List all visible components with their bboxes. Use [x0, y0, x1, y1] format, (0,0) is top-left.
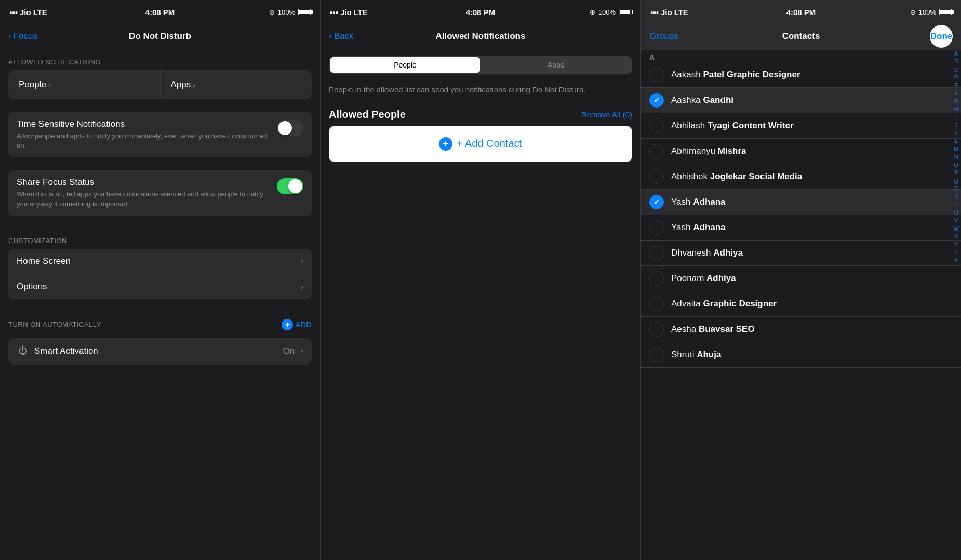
divider-2 — [0, 157, 320, 170]
segment-control: People Apps — [329, 56, 632, 74]
apps-card-half[interactable]: Apps › — [161, 70, 312, 99]
contact-row[interactable]: Abhimanyu Mishra — [641, 139, 961, 164]
status-time-1: 4:08 PM — [145, 8, 175, 17]
contact-row[interactable]: Dhvanesh Adhiya — [641, 241, 961, 266]
carrier-label-1: Jio — [20, 8, 31, 17]
alpha-index-item[interactable]: P — [954, 169, 959, 176]
contact-row[interactable]: Aesha Buavsar SEO — [641, 317, 961, 342]
alpha-index-item[interactable]: N — [954, 153, 959, 161]
back-button-1[interactable]: ‹ Focus — [8, 31, 37, 42]
people-card-half[interactable]: People › — [8, 70, 161, 99]
checkmark-icon: ✓ — [653, 96, 660, 104]
tab-apps[interactable]: Apps — [480, 57, 631, 73]
contact-name-label: Abhimanyu Mishra — [671, 146, 746, 156]
contact-row[interactable]: Shruti Ahuja — [641, 342, 961, 368]
contact-row[interactable]: Poonam Adhiya — [641, 266, 961, 291]
alpha-index-item[interactable]: O — [954, 161, 959, 168]
done-button[interactable]: Done — [930, 25, 953, 48]
add-label: ADD — [295, 320, 312, 329]
location-icon-2: ⊕ — [590, 8, 595, 16]
status-right-3: ⊕ 100% — [910, 8, 952, 16]
add-button[interactable]: + ADD — [282, 319, 312, 330]
turn-on-label: TURN ON AUTOMATICALLY — [8, 321, 282, 328]
contact-select-circle — [649, 169, 664, 184]
carrier-label-2: Jio — [340, 8, 352, 17]
smart-activation-row[interactable]: ⏻ Smart Activation On › — [8, 338, 312, 365]
alpha-index-item[interactable]: A — [954, 50, 959, 57]
groups-button[interactable]: Groups — [649, 31, 678, 42]
contact-row[interactable]: Abhishek Joglekar Social Media — [641, 164, 961, 190]
alpha-index-item[interactable]: V — [954, 217, 959, 224]
status-carrier-2: ▪▪▪ Jio LTE — [330, 8, 368, 17]
time-sensitive-card: Time Sensitive Notifications Allow peopl… — [8, 112, 312, 157]
carrier-label-3: Jio — [661, 8, 672, 17]
alpha-index-item[interactable]: U — [954, 209, 959, 216]
time-sensitive-desc: Allow people and apps to notify you imme… — [17, 131, 271, 150]
alpha-index-item[interactable]: Z — [954, 248, 959, 256]
contact-row[interactable]: Advaita Graphic Designer — [641, 291, 961, 317]
share-focus-toggle[interactable] — [277, 178, 303, 194]
contact-name-label: Shruti Ahuja — [671, 350, 721, 360]
contact-name-label: Yash Adhana — [671, 222, 726, 233]
alpha-index[interactable]: ABCDEFGHIJKLMNOPQRSTUVWXYZ# — [954, 50, 959, 264]
remove-all-button[interactable]: Remove All (0) — [581, 110, 632, 119]
time-sensitive-toggle[interactable] — [277, 120, 303, 136]
status-time-2: 4:08 PM — [466, 8, 496, 17]
alpha-index-item[interactable]: L — [954, 137, 959, 144]
alpha-index-item[interactable]: M — [954, 145, 959, 153]
network-label-2: LTE — [354, 8, 368, 17]
contact-row[interactable]: Yash Adhana — [641, 215, 961, 241]
time-sensitive-title: Time Sensitive Notifications — [17, 119, 271, 129]
contact-name-label: Abhishek Joglekar Social Media — [671, 171, 802, 182]
alpha-index-item[interactable]: # — [954, 257, 959, 264]
alpha-index-item[interactable]: T — [954, 201, 959, 208]
alpha-index-item[interactable]: I — [954, 113, 959, 121]
battery-icon-2 — [619, 9, 631, 15]
contact-row[interactable]: ✓Aashka Gandhi — [641, 88, 961, 113]
alpha-index-item[interactable]: D — [954, 74, 959, 81]
page-title-2: Allowed Notifications — [436, 31, 526, 42]
home-screen-row[interactable]: Home Screen › — [8, 249, 312, 274]
share-focus-inner: Share Focus Status When this is on, tell… — [17, 177, 271, 208]
alpha-index-item[interactable]: J — [954, 122, 959, 129]
page-title-1: Do Not Disturb — [129, 31, 191, 42]
customization-card: Home Screen › Options › — [8, 249, 312, 299]
alpha-index-item[interactable]: S — [954, 193, 959, 200]
panel-contacts: ▪▪▪ Jio LTE 4:08 PM ⊕ 100% Groups Contac… — [641, 0, 961, 560]
status-carrier-1: ▪▪▪ Jio LTE — [9, 8, 47, 17]
contact-row[interactable]: ✓Yash Adhana — [641, 190, 961, 215]
alpha-index-item[interactable]: C — [954, 66, 959, 73]
contact-name-label: Yash Adhana — [671, 197, 726, 207]
alpha-index-item[interactable]: G — [954, 98, 959, 105]
status-time-3: 4:08 PM — [786, 8, 816, 17]
signal-icon-2: ▪▪▪ — [330, 8, 338, 17]
contact-row[interactable]: Aakash Patel Graphic Designer — [641, 62, 961, 88]
location-icon-3: ⊕ — [910, 8, 916, 16]
options-label: Options — [17, 282, 299, 292]
location-icon-1: ⊕ — [269, 8, 275, 16]
alpha-index-item[interactable]: F — [954, 89, 959, 97]
customization-label: CUSTOMIZATION — [0, 229, 320, 249]
tab-people[interactable]: People — [330, 57, 480, 73]
alpha-index-item[interactable]: Q — [954, 177, 959, 184]
alpha-index-item[interactable]: Y — [954, 241, 959, 248]
back-button-2[interactable]: ‹ Back — [329, 31, 353, 42]
contact-select-circle: ✓ — [649, 195, 664, 209]
status-bar-1: ▪▪▪ Jio LTE 4:08 PM ⊕ 100% — [0, 0, 320, 23]
alpha-index-item[interactable]: B — [954, 58, 959, 65]
alpha-index-item[interactable]: X — [954, 233, 959, 240]
add-contact-icon: + — [439, 137, 452, 151]
alpha-index-item[interactable]: H — [954, 105, 959, 113]
contact-row[interactable]: Abhilash Tyagi Content Writer — [641, 113, 961, 139]
alpha-index-item[interactable]: E — [954, 82, 959, 89]
signal-icon-1: ▪▪▪ — [9, 8, 18, 17]
options-row[interactable]: Options › — [8, 274, 312, 299]
home-screen-label: Home Screen — [17, 256, 299, 266]
panel-allowed-notifications: ▪▪▪ Jio LTE 4:08 PM ⊕ 100% ‹ Back Allowe… — [321, 0, 641, 560]
add-contact-card[interactable]: + + Add Contact — [329, 126, 632, 162]
back-chevron-1: ‹ — [8, 31, 11, 42]
alpha-index-item[interactable]: W — [954, 225, 959, 232]
alpha-index-item[interactable]: K — [954, 129, 959, 137]
add-contact-label: + Add Contact — [457, 138, 522, 150]
alpha-index-item[interactable]: R — [954, 185, 959, 192]
